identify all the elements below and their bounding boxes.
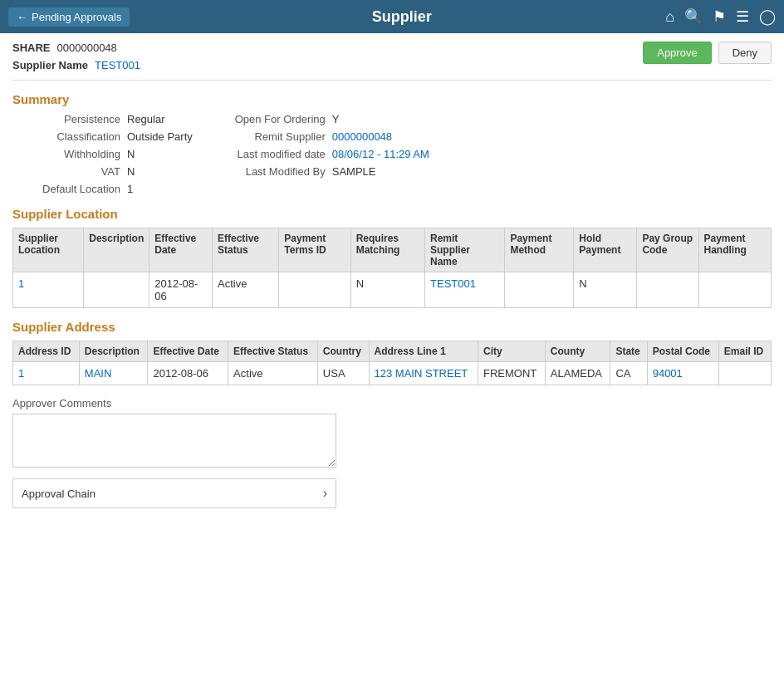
persistence-value: Regular (127, 113, 165, 125)
remit-supplier-value[interactable]: 0000000048 (332, 130, 392, 143)
sl-description (84, 272, 149, 308)
header-icons: ⌂ 🔍 ⚑ ☰ ◯ (665, 7, 776, 26)
summary-last-modified-by-row: Last Modified By SAMPLE (226, 165, 429, 178)
home-icon[interactable]: ⌂ (665, 8, 674, 26)
last-modified-by-value: SAMPLE (332, 165, 376, 178)
table-row: 1 2012-08-06 Active N TEST001 N (13, 272, 772, 308)
sl-hold-payment: N (574, 272, 637, 308)
sa-country: USA (317, 362, 369, 385)
sl-effective-status: Active (212, 272, 278, 308)
share-row: SHARE 0000000048 (12, 42, 140, 54)
sa-effective-status: Active (228, 362, 318, 385)
sl-payment-terms-id (279, 272, 350, 308)
col-description: Description (84, 228, 149, 272)
sa-postal-code: 94001 (647, 362, 718, 385)
sa-address-id[interactable]: 1 (13, 362, 80, 385)
withholding-value: N (127, 148, 135, 160)
summary-classification-row: Classification Outside Party (21, 130, 193, 143)
supplier-address-table: Address ID Description Effective Date Ef… (12, 341, 772, 385)
summary-grid: Persistence Regular Classification Outsi… (21, 113, 772, 195)
main-content: SHARE 0000000048 Supplier Name TEST001 A… (0, 33, 784, 696)
classification-label: Classification (21, 130, 120, 143)
sl-payment-method (505, 272, 574, 308)
supplier-name-row: Supplier Name TEST001 (12, 59, 140, 71)
summary-col-left: Persistence Regular Classification Outsi… (21, 113, 193, 195)
sl-location-id[interactable]: 1 (13, 272, 84, 308)
table-row: 1 MAIN 2012-08-06 Active USA 123 MAIN ST… (13, 362, 772, 385)
addr-col-address-line1: Address Line 1 (369, 341, 478, 362)
vat-label: VAT (21, 165, 120, 178)
flag-icon[interactable]: ⚑ (713, 7, 726, 26)
supplier-location-section-header: Supplier Location (12, 207, 772, 221)
approval-chain-box[interactable]: Approval Chain › (12, 478, 336, 508)
vat-value: N (127, 165, 135, 178)
col-pay-group-code: Pay Group Code (637, 228, 698, 272)
summary-vat-row: VAT N (21, 165, 193, 178)
addr-col-email-id: Email ID (718, 341, 771, 362)
col-remit-supplier-name: Remit Supplier Name (425, 228, 505, 272)
open-ordering-value: Y (332, 113, 340, 125)
addr-col-description: Description (79, 341, 148, 362)
last-modified-date-label: Last modified date (226, 148, 326, 160)
back-button-label: Pending Approvals (32, 11, 121, 23)
supplier-location-table: Supplier Location Description Effective … (12, 228, 772, 308)
sa-county: ALAMEDA (545, 362, 610, 385)
summary-remit-supplier-row: Remit Supplier 0000000048 (226, 130, 429, 143)
col-requires-matching: Requires Matching (350, 228, 424, 272)
col-hold-payment: Hold Payment (574, 228, 637, 272)
sa-city: FREMONT (478, 362, 546, 385)
approver-comments-textarea[interactable] (12, 414, 336, 468)
col-effective-date: Effective Date (149, 228, 213, 272)
sa-description[interactable]: MAIN (79, 362, 148, 385)
col-payment-method: Payment Method (505, 228, 574, 272)
approve-button[interactable]: Approve (643, 42, 711, 64)
deny-button[interactable]: Deny (718, 42, 772, 64)
menu-icon[interactable]: ☰ (736, 7, 749, 26)
sl-payment-handling (698, 272, 772, 308)
sa-email-id (718, 362, 771, 385)
persistence-label: Persistence (21, 113, 120, 125)
last-modified-date-value: 08/06/12 - 11:29 AM (332, 148, 429, 160)
sa-state: CA (610, 362, 647, 385)
col-payment-handling: Payment Handling (698, 228, 772, 272)
col-payment-terms-id: Payment Terms ID (279, 228, 350, 272)
addr-col-country: Country (317, 341, 369, 362)
back-button[interactable]: ← Pending Approvals (8, 7, 130, 27)
addr-col-effective-status: Effective Status (228, 341, 318, 362)
addr-col-effective-date: Effective Date (148, 341, 228, 362)
default-location-value: 1 (127, 183, 133, 195)
supplier-address-section-header: Supplier Address (12, 320, 772, 334)
supplier-name-value: TEST001 (95, 59, 140, 71)
approval-chain-chevron-icon: › (323, 486, 327, 501)
sa-effective-date: 2012-08-06 (148, 362, 228, 385)
summary-withholding-row: Withholding N (21, 148, 193, 160)
open-ordering-label: Open For Ordering (226, 113, 326, 125)
default-location-label: Default Location (21, 183, 120, 195)
sl-pay-group-code (637, 272, 698, 308)
share-value: 0000000048 (57, 42, 117, 54)
approval-chain-label: Approval Chain (22, 488, 96, 500)
top-bar: SHARE 0000000048 Supplier Name TEST001 A… (12, 42, 772, 81)
sl-requires-matching: N (350, 272, 424, 308)
search-icon[interactable]: 🔍 (684, 7, 703, 26)
remit-supplier-label: Remit Supplier (226, 130, 326, 143)
user-icon[interactable]: ◯ (759, 7, 776, 26)
approver-comments-label: Approver Comments (12, 397, 772, 409)
addr-col-state: State (610, 341, 647, 362)
sl-remit-supplier-name[interactable]: TEST001 (425, 272, 505, 308)
supplier-name-label: Supplier Name (12, 59, 88, 71)
top-bar-right: Approve Deny (643, 42, 772, 64)
summary-last-modified-date-row: Last modified date 08/06/12 - 11:29 AM (226, 148, 429, 160)
summary-section-header: Summary (12, 92, 772, 106)
back-arrow-icon: ← (17, 11, 27, 23)
app-header: ← Pending Approvals Supplier ⌂ 🔍 ⚑ ☰ ◯ (0, 0, 784, 33)
page-title: Supplier (138, 8, 665, 26)
addr-col-county: County (545, 341, 610, 362)
last-modified-by-label: Last Modified By (226, 165, 326, 178)
addr-col-postal-code: Postal Code (647, 341, 718, 362)
sl-effective-date: 2012-08-06 (149, 272, 213, 308)
summary-open-ordering-row: Open For Ordering Y (226, 113, 429, 125)
col-supplier-location: Supplier Location (13, 228, 84, 272)
summary-default-location-row: Default Location 1 (21, 183, 193, 195)
top-bar-left: SHARE 0000000048 Supplier Name TEST001 (12, 42, 140, 71)
